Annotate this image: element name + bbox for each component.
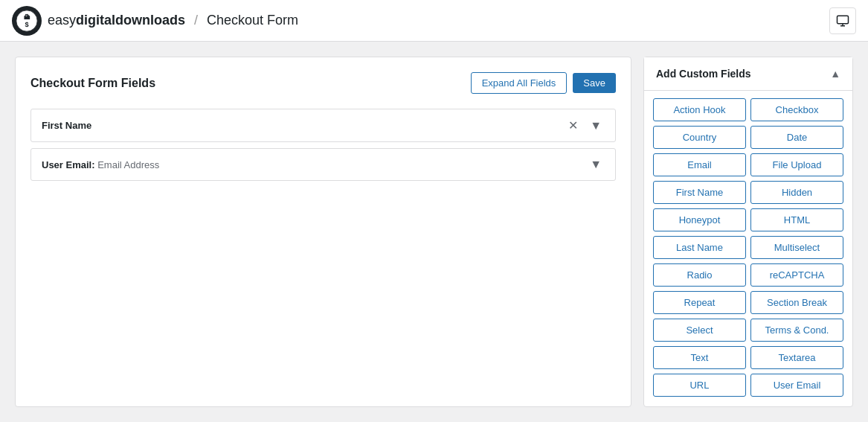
field-label: First Name [42, 120, 91, 131]
add-field-chip[interactable]: Text [653, 346, 746, 369]
logo-icon: 🏔 $ [12, 6, 42, 36]
logo-text: easydigitaldownloads [48, 13, 185, 28]
sidebar-title: Add Custom Fields [656, 68, 751, 80]
add-field-chip[interactable]: Country [653, 126, 746, 149]
add-field-chip[interactable]: Select [653, 319, 746, 342]
monitor-button[interactable] [829, 7, 856, 34]
expand-field-button[interactable]: ▼ [587, 118, 605, 134]
main-container: Checkout Form Fields Expand All Fields S… [0, 42, 868, 422]
field-actions: ✕▼ [565, 117, 605, 134]
add-field-chip[interactable]: Repeat [653, 291, 746, 314]
sidebar-header: Add Custom Fields ▲ [644, 57, 852, 91]
add-field-chip[interactable]: User Email [750, 374, 843, 397]
add-field-chip[interactable]: Date [750, 126, 843, 149]
add-field-chip[interactable]: First Name [653, 181, 746, 204]
field-label: User Email: Email Address [42, 159, 159, 170]
expand-all-button[interactable]: Expand All Fields [471, 72, 568, 94]
add-field-chip[interactable]: File Upload [750, 153, 843, 176]
header-right [829, 7, 856, 34]
breadcrumb-page: Checkout Form [207, 13, 298, 28]
add-field-chip[interactable]: URL [653, 374, 746, 397]
header-left: 🏔 $ easydigitaldownloads / Checkout Form [12, 6, 298, 36]
svg-text:$: $ [25, 21, 28, 28]
add-field-chip[interactable]: Email [653, 153, 746, 176]
save-button[interactable]: Save [573, 73, 616, 93]
add-field-chip[interactable]: Radio [653, 263, 746, 287]
expand-field-button[interactable]: ▼ [587, 156, 605, 173]
field-actions: ▼ [587, 156, 605, 173]
add-field-chip[interactable]: Hidden [750, 181, 843, 204]
field-row: User Email: Email Address▼ [30, 148, 616, 181]
form-panel: Checkout Form Fields Expand All Fields S… [15, 57, 631, 407]
custom-fields-grid: Action HookCheckboxCountryDateEmailFile … [644, 91, 852, 404]
add-field-chip[interactable]: reCAPTCHA [750, 263, 843, 287]
add-field-chip[interactable]: Terms & Cond. [750, 319, 843, 342]
svg-rect-3 [838, 16, 849, 24]
sidebar-panel: Add Custom Fields ▲ Action HookCheckboxC… [643, 57, 853, 407]
svg-text:🏔: 🏔 [24, 13, 30, 21]
app-header: 🏔 $ easydigitaldownloads / Checkout Form [0, 0, 868, 42]
add-field-chip[interactable]: Section Break [750, 291, 843, 314]
add-field-chip[interactable]: Honeypot [653, 208, 746, 231]
field-sublabel: Email Address [97, 159, 159, 170]
add-field-chip[interactable]: Last Name [653, 236, 746, 259]
add-field-chip[interactable]: Action Hook [653, 98, 746, 121]
form-title: Checkout Form Fields [30, 77, 155, 90]
field-row-inner: User Email: Email Address▼ [31, 149, 615, 180]
add-field-chip[interactable]: HTML [750, 208, 843, 231]
add-field-chip[interactable]: Multiselect [750, 236, 843, 259]
remove-field-button[interactable]: ✕ [565, 117, 581, 134]
add-field-chip[interactable]: Checkbox [750, 98, 843, 121]
fields-container: First Name✕▼User Email: Email Address▼ [30, 109, 616, 181]
form-header: Checkout Form Fields Expand All Fields S… [30, 72, 616, 94]
collapse-sidebar-button[interactable]: ▲ [830, 68, 840, 80]
logo: 🏔 $ easydigitaldownloads [12, 6, 185, 36]
breadcrumb-separator: / [194, 13, 198, 28]
form-header-actions: Expand All Fields Save [471, 72, 616, 94]
field-row-inner: First Name✕▼ [31, 109, 615, 141]
field-row: First Name✕▼ [30, 109, 616, 142]
add-field-chip[interactable]: Textarea [750, 346, 843, 369]
